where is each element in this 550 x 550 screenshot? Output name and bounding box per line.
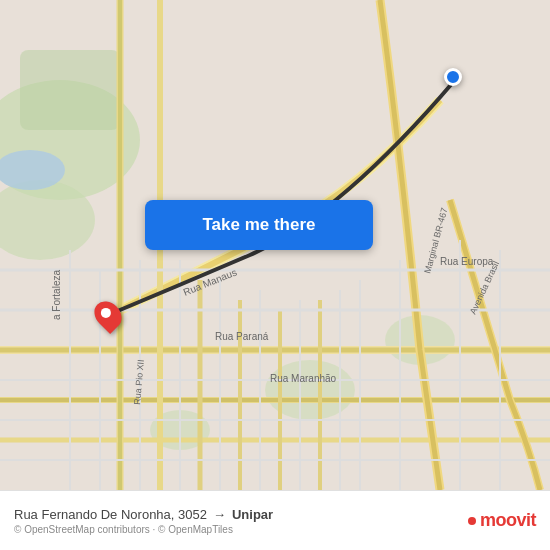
- moovit-logo-dot: [468, 517, 476, 525]
- svg-text:Rua Maranhão: Rua Maranhão: [270, 373, 337, 384]
- route-arrow: →: [213, 507, 226, 522]
- svg-rect-3: [20, 50, 120, 130]
- route-to: Unipar: [232, 507, 273, 522]
- svg-text:Rua Europa: Rua Europa: [440, 256, 494, 267]
- moovit-logo: moovit: [468, 510, 536, 531]
- moovit-logo-text: moovit: [480, 510, 536, 531]
- attribution: © OpenStreetMap contributors · © OpenMap…: [14, 524, 468, 535]
- take-me-there-button[interactable]: Take me there: [145, 200, 373, 250]
- route-from: Rua Fernando De Noronha, 3052: [14, 507, 207, 522]
- svg-text:a Fortaleza: a Fortaleza: [51, 270, 62, 320]
- svg-text:Rua Paraná: Rua Paraná: [215, 331, 269, 342]
- map-container: Rua Manaus Rua Paraná Rua Pio XII a Fort…: [0, 0, 550, 490]
- origin-pin: [96, 300, 120, 330]
- destination-pin: [444, 68, 462, 86]
- bottom-bar: Rua Fernando De Noronha, 3052 → Unipar ©…: [0, 490, 550, 550]
- route-info: Rua Fernando De Noronha, 3052 → Unipar ©…: [14, 507, 468, 535]
